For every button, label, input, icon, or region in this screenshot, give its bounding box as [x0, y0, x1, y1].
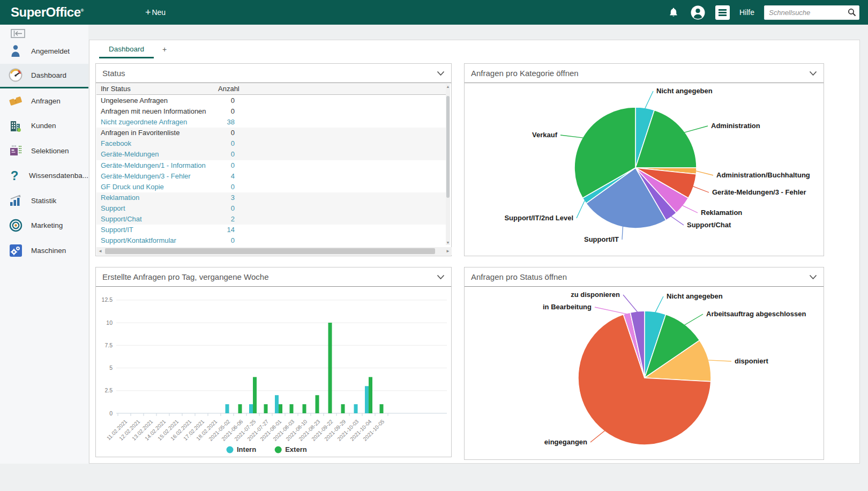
vertical-scroll-thumb[interactable]	[446, 96, 450, 198]
status-row-label[interactable]: Geräte-Meldungen/3 - Fehler	[101, 171, 191, 182]
status-row-label[interactable]: Facebook	[101, 138, 131, 149]
scroll-up-arrow-icon[interactable]: ▲	[446, 85, 450, 88]
status-row-label: Anfragen mit neuen Informationen	[101, 106, 206, 117]
pie-label-ger-te-meldungen-3-fehler: Geräte-Meldungen/3 - Fehler	[712, 188, 806, 196]
y-axis-tick-label: 12.5	[102, 296, 113, 303]
new-button[interactable]: +Neu	[145, 7, 166, 18]
scroll-left-arrow-icon[interactable]: ◄	[98, 249, 102, 254]
bar-extern-2021-07-27[interactable]	[264, 404, 268, 413]
status-row-label[interactable]: Geräte-Meldungen	[101, 149, 159, 160]
pie2-panel-title: Anfragen pro Status öffnen	[471, 272, 809, 281]
bar-extern-2021-10-04[interactable]	[369, 377, 372, 413]
bar-extern-2021-09-22[interactable]	[328, 323, 332, 413]
sidebar-item-kunden[interactable]: Kunden	[0, 114, 88, 139]
status-row-label[interactable]: Geräte-Meldungen/1 - Information	[101, 160, 206, 171]
status-horizontal-scrollbar[interactable]: ◄ ►	[96, 247, 452, 255]
pie-label-in-bearbeitung: in Bearbeitung	[543, 303, 592, 311]
bar-intern-2021-10-03[interactable]	[354, 404, 358, 413]
status-row-gf-druck-und-kopie[interactable]: GF Druck und Kopie0	[96, 182, 447, 192]
sidebar-item-statistik[interactable]: Statistik	[0, 188, 88, 213]
horizontal-scroll-thumb[interactable]	[105, 248, 435, 254]
sidebar-item-wissensdatenba[interactable]: ?Wissensdatenba...	[0, 163, 88, 189]
sidebar-item-maschinen[interactable]: Maschinen	[0, 238, 88, 263]
status-row-ger-te-meldungen-3-fehler[interactable]: Geräte-Meldungen/3 - Fehler4	[96, 171, 447, 182]
legend-label-extern[interactable]: Extern	[285, 445, 307, 453]
scroll-down-arrow-icon[interactable]: ▼	[446, 241, 450, 244]
status-row-ger-te-meldungen[interactable]: Geräte-Meldungen0	[96, 149, 447, 160]
pie-label-arbeitsauftrag-abgeschlossen: Arbeitsauftrag abgeschlossen	[706, 310, 806, 318]
bar-intern-2021-05-02[interactable]	[226, 404, 229, 413]
status-row-facebook[interactable]: Facebook0	[96, 138, 447, 149]
sidebar-item-angemeldet[interactable]: Angemeldet	[0, 39, 88, 64]
scroll-right-arrow-icon[interactable]: ►	[446, 249, 450, 254]
bar-panel-collapse-chevron-icon[interactable]	[437, 274, 445, 280]
bar-extern-2021-08-10[interactable]	[303, 404, 306, 413]
sidebar-item-label: Selektionen	[31, 147, 69, 155]
status-row-label[interactable]: Support/Kontaktformular	[101, 235, 176, 246]
building-icon	[0, 120, 31, 132]
sidebar-item-label: Anfragen	[31, 97, 61, 105]
status-row-count: 0	[203, 138, 235, 149]
status-row-support-kontaktformular[interactable]: Support/Kontaktformular0	[96, 235, 447, 246]
status-row-support[interactable]: Support0	[96, 203, 447, 214]
status-row-label[interactable]: Support	[101, 203, 125, 214]
pie-label-nicht-angegeben: Nicht angegeben	[656, 87, 713, 95]
sidebar-item-dashboard[interactable]: Dashboard	[0, 64, 88, 89]
status-row-ger-te-meldungen-1-information[interactable]: Geräte-Meldungen/1 - Information0	[96, 160, 447, 171]
add-tab-button[interactable]: +	[154, 43, 175, 58]
search-input[interactable]	[764, 5, 859, 20]
pie1-panel-collapse-chevron-icon[interactable]	[809, 71, 817, 76]
status-panel-collapse-chevron-icon[interactable]	[437, 71, 445, 76]
status-row-support-it[interactable]: Support/IT14	[96, 225, 447, 235]
pie2-panel-collapse-chevron-icon[interactable]	[809, 274, 817, 280]
bar-extern-2021-06-06[interactable]	[238, 404, 242, 413]
menu-icon[interactable]	[710, 5, 735, 20]
status-row-nicht-zugeordnete-anfragen[interactable]: Nicht zugeordnete Anfragen38	[96, 117, 447, 128]
help-link[interactable]: Hilfe	[739, 8, 754, 17]
sidebar-item-label: Wissensdatenba...	[29, 172, 88, 180]
y-axis-tick-label: 10	[106, 319, 113, 326]
selection-icon	[0, 144, 31, 157]
kategorie-pie-chart: Nicht angegebenAdministrationAdministrat…	[465, 83, 824, 255]
pie1-panel-title: Anfragen pro Kategorie öffnen	[471, 69, 809, 78]
bar-extern-2021-08-23[interactable]	[316, 395, 319, 413]
legend-dot-extern	[275, 447, 282, 453]
status-row-label[interactable]: Reklamation	[101, 192, 139, 203]
status-row-label[interactable]: Nicht zugeordnete Anfragen	[101, 117, 187, 128]
status-panel-title: Status	[102, 69, 437, 78]
sidebar-item-label: Dashboard	[31, 71, 66, 79]
sidebar-item-selektionen[interactable]: Selektionen	[0, 138, 88, 163]
notifications-bell-icon[interactable]	[661, 6, 686, 18]
bar-extern-2021-09-29[interactable]	[341, 404, 345, 413]
bar-intern-2021-08-01[interactable]	[275, 395, 279, 413]
footer-strip	[0, 464, 868, 491]
bar-extern-2021-07-25[interactable]	[253, 377, 257, 413]
status-pie-chart: Nicht angegebenArbeitsauftrag abgeschlos…	[465, 287, 824, 459]
status-row-count: 2	[203, 214, 235, 225]
user-avatar-icon[interactable]	[686, 5, 710, 20]
sidebar-item-marketing[interactable]: Marketing	[0, 213, 88, 239]
status-vertical-scrollbar[interactable]: ▲ ▼	[446, 84, 450, 245]
status-row-reklamation[interactable]: Reklamation3	[96, 192, 447, 203]
bar-extern-2021-08-03[interactable]	[290, 404, 294, 413]
gauge-icon	[0, 68, 31, 82]
bar-extern-2021-08-01[interactable]	[279, 404, 282, 413]
tab-dashboard[interactable]: Dashboard	[99, 43, 154, 58]
status-panel: Status Ihr Status Anzahl Ungelesene Anfr…	[95, 63, 452, 256]
status-row-label: Anfragen in Favoritenliste	[101, 128, 179, 138]
status-row-label[interactable]: Support/IT	[101, 225, 133, 235]
bar-intern-2021-07-25[interactable]	[249, 404, 253, 413]
status-row-label[interactable]: Support/Chat	[101, 214, 142, 225]
bar-extern-2021-10-05[interactable]	[380, 404, 384, 413]
search-icon[interactable]	[848, 8, 856, 19]
legend-label-intern[interactable]: Intern	[237, 445, 256, 453]
status-table-header: Ihr Status Anzahl	[96, 84, 447, 95]
bar-intern-2021-10-04[interactable]	[365, 386, 369, 413]
column-ihr-status: Ihr Status	[101, 85, 131, 93]
status-row-label[interactable]: GF Druck und Kopie	[101, 182, 164, 192]
status-row-support-chat[interactable]: Support/Chat2	[96, 214, 447, 225]
sidebar-item-anfragen[interactable]: Anfragen	[0, 88, 88, 114]
ticket-icon	[0, 95, 31, 107]
status-row-count: 3	[203, 192, 235, 203]
sidebar-item-label: Angemeldet	[31, 47, 70, 55]
